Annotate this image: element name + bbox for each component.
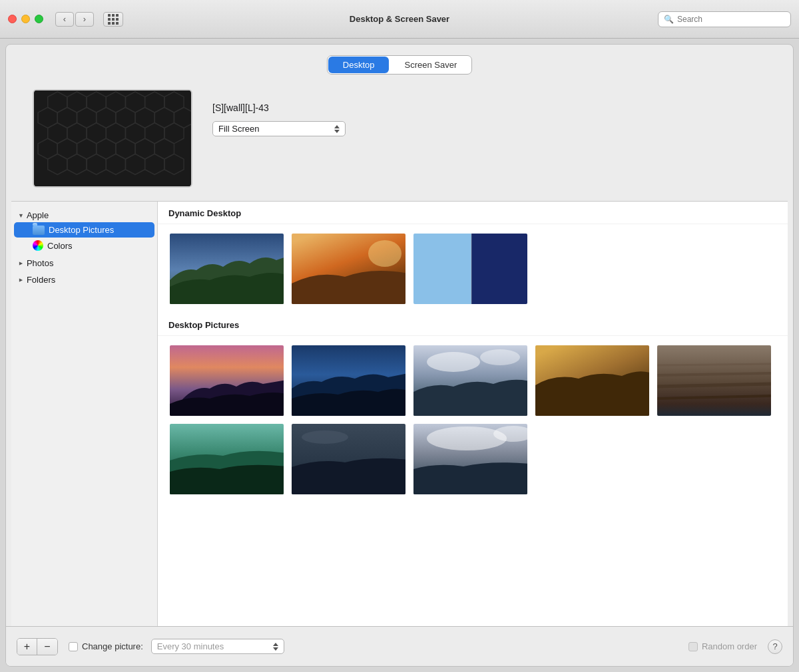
interval-stepper[interactable] — [273, 643, 278, 651]
svg-point-56 — [302, 430, 348, 444]
svg-rect-0 — [35, 90, 190, 186]
svg-rect-49 — [657, 345, 772, 417]
preview-section: [S][wall][L]-43 Fill Screen — [6, 83, 793, 201]
minimize-button[interactable] — [21, 15, 30, 23]
tab-screensaver[interactable]: Screen Saver — [390, 56, 471, 74]
content-area: Dynamic Desktop — [158, 202, 788, 626]
search-box[interactable]: 🔍 — [658, 11, 791, 27]
random-order-label: Random order — [702, 641, 757, 651]
section-desktop-pictures: Desktop Pictures — [158, 313, 788, 504]
wallpaper-preview — [33, 89, 192, 188]
sidebar-item-desktop-pictures[interactable]: Desktop Pictures — [14, 222, 154, 238]
sidebar-item-colors-label: Colors — [47, 241, 73, 251]
svg-rect-40 — [413, 234, 471, 305]
fill-mode-value: Fill Screen — [218, 124, 259, 134]
wallpaper-thumb-cloudy-sea[interactable] — [412, 422, 529, 496]
sidebar-group-photos-header[interactable]: ▼ Photos — [11, 256, 157, 270]
sidebar-group-apple-header[interactable]: ▼ Apple — [11, 208, 157, 222]
search-icon: 🔍 — [664, 15, 674, 24]
grid-icon — [108, 14, 119, 25]
expand-icon-folders: ▼ — [17, 277, 24, 283]
wallpaper-thumb-rock[interactable] — [656, 344, 772, 417]
sidebar-group-photos-label: Photos — [27, 258, 53, 268]
dynamic-desktop-grid — [158, 224, 788, 313]
wallpaper-thumb-catalina-4[interactable] — [534, 344, 651, 417]
preview-controls: [S][wall][L]-43 Fill Screen — [212, 89, 346, 136]
hex-pattern — [34, 90, 191, 186]
sidebar-group-apple-label: Apple — [27, 210, 49, 220]
interval-stepper-up[interactable] — [273, 643, 278, 646]
stepper-up-arrow[interactable] — [334, 125, 340, 128]
wallpaper-thumb-mojave-dynamic[interactable] — [290, 232, 407, 305]
wallpaper-name: [S][wall][L]-43 — [212, 102, 346, 113]
wallpaper-thumb-catalina-1[interactable] — [168, 344, 285, 417]
bottom-section: ▼ Apple Desktop Pictures Colors ▼ Photos — [11, 201, 788, 626]
grid-view-button[interactable] — [103, 12, 123, 27]
sidebar-group-photos: ▼ Photos — [11, 255, 157, 271]
interval-value: Every 30 minutes — [157, 641, 224, 651]
wallpaper-thumb-teal[interactable] — [168, 422, 285, 496]
wallpaper-thumb-catalina-3[interactable] — [412, 344, 529, 417]
help-button[interactable]: ? — [768, 639, 782, 654]
svg-point-46 — [427, 352, 480, 372]
collapse-icon: ▼ — [18, 212, 24, 219]
change-picture-toggle[interactable]: Change picture: — [69, 641, 143, 651]
forward-button[interactable]: › — [75, 12, 94, 27]
expand-icon-photos: ▼ — [17, 260, 24, 266]
tab-desktop[interactable]: Desktop — [328, 57, 390, 73]
random-order-row: Random order — [688, 641, 757, 651]
bottom-bar: + − Change picture: Every 30 minutes Ran… — [6, 626, 793, 666]
wallpaper-thumb-big-sur-dynamic[interactable] — [412, 232, 529, 305]
svg-rect-41 — [471, 234, 529, 305]
folder-icon — [33, 226, 45, 235]
stepper-down-arrow[interactable] — [334, 130, 340, 133]
section-dynamic-desktop-header: Dynamic Desktop — [158, 202, 788, 224]
fill-mode-stepper[interactable] — [334, 125, 340, 133]
desktop-pictures-grid — [158, 336, 788, 504]
tab-bar: Desktop Screen Saver — [6, 45, 793, 83]
window-title: Desktop & Screen Saver — [350, 14, 449, 24]
sidebar-item-desktop-pictures-label: Desktop Pictures — [49, 225, 114, 235]
sidebar-item-colors[interactable]: Colors — [14, 238, 154, 253]
sidebar: ▼ Apple Desktop Pictures Colors ▼ Photos — [11, 202, 158, 626]
change-picture-label: Change picture: — [82, 641, 143, 651]
nav-buttons: ‹ › — [55, 12, 94, 27]
svg-line-50 — [657, 364, 772, 365]
titlebar: ‹ › Desktop & Screen Saver 🔍 — [0, 0, 799, 39]
sidebar-group-folders-header[interactable]: ▼ Folders — [11, 273, 157, 287]
traffic-lights — [8, 15, 43, 23]
remove-folder-button[interactable]: − — [37, 639, 57, 655]
interval-stepper-down[interactable] — [273, 647, 278, 651]
close-button[interactable] — [8, 15, 17, 23]
change-picture-row: Change picture: Every 30 minutes — [69, 639, 758, 654]
random-order-toggle: Random order — [688, 641, 757, 651]
add-remove-buttons: + − — [17, 638, 58, 655]
svg-point-47 — [480, 349, 520, 365]
sidebar-group-apple: ▼ Apple Desktop Pictures Colors — [11, 207, 157, 255]
fill-mode-dropdown[interactable]: Fill Screen — [212, 121, 346, 136]
search-input[interactable] — [677, 15, 785, 24]
wallpaper-thumb-catalina-2[interactable] — [290, 344, 407, 417]
section-dynamic-desktop: Dynamic Desktop — [158, 202, 788, 313]
svg-point-39 — [368, 240, 401, 267]
tab-segment: Desktop Screen Saver — [327, 55, 472, 75]
add-folder-button[interactable]: + — [17, 639, 37, 655]
back-button[interactable]: ‹ — [55, 12, 74, 27]
sidebar-group-folders: ▼ Folders — [11, 271, 157, 288]
maximize-button[interactable] — [35, 15, 43, 23]
section-desktop-pictures-header: Desktop Pictures — [158, 313, 788, 336]
main-content: Desktop Screen Saver — [5, 44, 794, 667]
wallpaper-thumb-dark-sky[interactable] — [290, 422, 407, 496]
sidebar-group-folders-label: Folders — [27, 275, 55, 285]
wallpaper-thumb-catalina-dynamic[interactable] — [168, 232, 285, 305]
color-wheel-icon — [33, 240, 43, 251]
interval-dropdown[interactable]: Every 30 minutes — [151, 639, 284, 654]
svg-point-58 — [427, 426, 507, 450]
random-order-checkbox[interactable] — [688, 642, 698, 651]
change-picture-checkbox[interactable] — [69, 642, 78, 651]
